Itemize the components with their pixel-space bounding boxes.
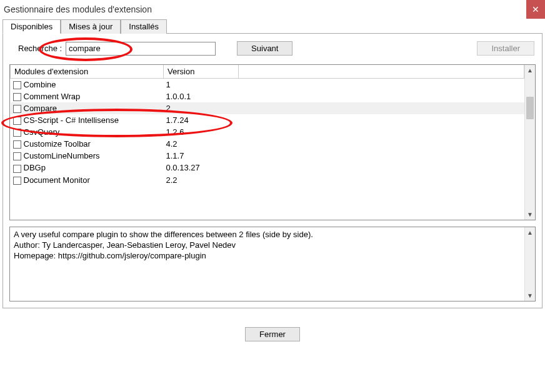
plugin-name-cell: CsvQuery: [11, 126, 164, 138]
plugin-version-cell: 1.7.24: [164, 114, 239, 126]
plugin-name-cell: CustomLineNumbers: [11, 150, 164, 162]
plugin-name-cell: DBGp: [11, 162, 164, 174]
search-input[interactable]: [66, 42, 216, 56]
plugin-version-cell: 2.2: [164, 174, 239, 186]
plugin-checkbox[interactable]: [13, 105, 21, 113]
table-row[interactable]: CsvQuery1.2.6: [11, 126, 524, 138]
desc-scrollbar[interactable]: ▲ ▼: [524, 227, 535, 301]
scroll-up-icon[interactable]: ▲: [525, 65, 535, 76]
close-icon: ✕: [532, 4, 539, 14]
description-box: A very useful compare plugin to show the…: [9, 227, 536, 301]
plugin-checkbox[interactable]: [13, 93, 21, 101]
plugin-checkbox[interactable]: [13, 117, 21, 125]
window-title: Gestionnaire des modules d'extension: [4, 4, 526, 14]
tab-updates[interactable]: Mises à jour: [61, 19, 121, 34]
plugin-name-cell: Comment Wrap: [11, 91, 164, 102]
scroll-track[interactable]: [525, 76, 535, 209]
plugin-name: CsvQuery: [24, 127, 60, 137]
plugin-name: CS-Script - C# Intellisense: [24, 115, 119, 125]
col-header-name[interactable]: Modules d'extension: [11, 65, 164, 79]
plugin-version-cell: 1.0.0.1: [164, 91, 239, 102]
table-row[interactable]: Document Monitor2.2: [11, 174, 524, 186]
table-row[interactable]: Combine1: [11, 79, 524, 91]
scroll-up-icon[interactable]: ▲: [525, 227, 535, 238]
table-row[interactable]: Comment Wrap1.0.0.1: [11, 91, 524, 102]
titlebar: Gestionnaire des modules d'extension ✕: [0, 0, 545, 19]
close-button[interactable]: ✕: [526, 0, 545, 19]
table-row[interactable]: CustomLineNumbers1.1.7: [11, 150, 524, 162]
col-header-blank: [239, 65, 524, 79]
tab-installed[interactable]: Installés: [121, 19, 167, 34]
plugin-name: Document Monitor: [24, 175, 90, 185]
plugin-name-cell: CS-Script - C# Intellisense: [11, 114, 164, 126]
scroll-thumb[interactable]: [526, 97, 534, 119]
scroll-down-icon[interactable]: ▼: [525, 290, 535, 301]
plugin-name: Comment Wrap: [24, 92, 81, 101]
search-row: Recherche : Suivant Installer: [9, 41, 536, 56]
footer: Fermer: [0, 327, 545, 341]
search-label: Recherche :: [18, 44, 62, 53]
plugin-name: Customize Toolbar: [24, 139, 91, 149]
plugin-checkbox[interactable]: [13, 165, 21, 173]
plugin-version-cell: 2: [164, 102, 239, 114]
table-row[interactable]: CS-Script - C# Intellisense1.7.24: [11, 114, 524, 126]
plugin-version-cell: 1.2.6: [164, 126, 239, 138]
plugin-checkbox[interactable]: [13, 177, 21, 185]
plugin-version-cell: 0.0.13.27: [164, 162, 239, 174]
install-button: Installer: [477, 41, 534, 56]
col-header-version[interactable]: Version: [164, 65, 239, 79]
table-scrollbar[interactable]: ▲ ▼: [524, 65, 535, 220]
plugin-name: DBGp: [24, 163, 46, 172]
table-row[interactable]: DBGp0.0.13.27: [11, 162, 524, 174]
description-text: A very useful compare plugin to show the…: [10, 227, 524, 301]
plugin-name: Compare: [24, 104, 57, 113]
plugin-name-cell: Compare: [11, 102, 164, 114]
plugin-name: CustomLineNumbers: [24, 151, 100, 160]
panel: Recherche : Suivant Installer Modules d'…: [2, 33, 542, 308]
plugin-name-cell: Combine: [11, 79, 164, 91]
plugin-version-cell: 1.1.7: [164, 150, 239, 162]
plugin-version-cell: 1: [164, 79, 239, 91]
table-row[interactable]: Compare2: [11, 102, 524, 114]
plugin-checkbox[interactable]: [13, 81, 21, 89]
plugin-name-cell: Document Monitor: [11, 174, 164, 186]
table-row[interactable]: Customize Toolbar4.2: [11, 138, 524, 150]
plugin-table: Modules d'extension Version Combine1Comm…: [10, 65, 524, 186]
scroll-track[interactable]: [525, 238, 535, 290]
plugin-table-wrap: Modules d'extension Version Combine1Comm…: [9, 64, 536, 220]
plugin-name: Combine: [24, 80, 56, 89]
tab-available[interactable]: Disponibles: [2, 19, 61, 34]
close-dialog-button[interactable]: Fermer: [245, 327, 300, 341]
plugin-name-cell: Customize Toolbar: [11, 138, 164, 150]
next-button[interactable]: Suivant: [237, 41, 292, 56]
plugin-checkbox[interactable]: [13, 140, 21, 149]
plugin-checkbox[interactable]: [13, 129, 21, 137]
plugin-version-cell: 4.2: [164, 138, 239, 150]
scroll-down-icon[interactable]: ▼: [525, 209, 535, 220]
tab-strip: Disponibles Mises à jour Installés: [2, 19, 545, 33]
plugin-checkbox[interactable]: [13, 152, 21, 160]
